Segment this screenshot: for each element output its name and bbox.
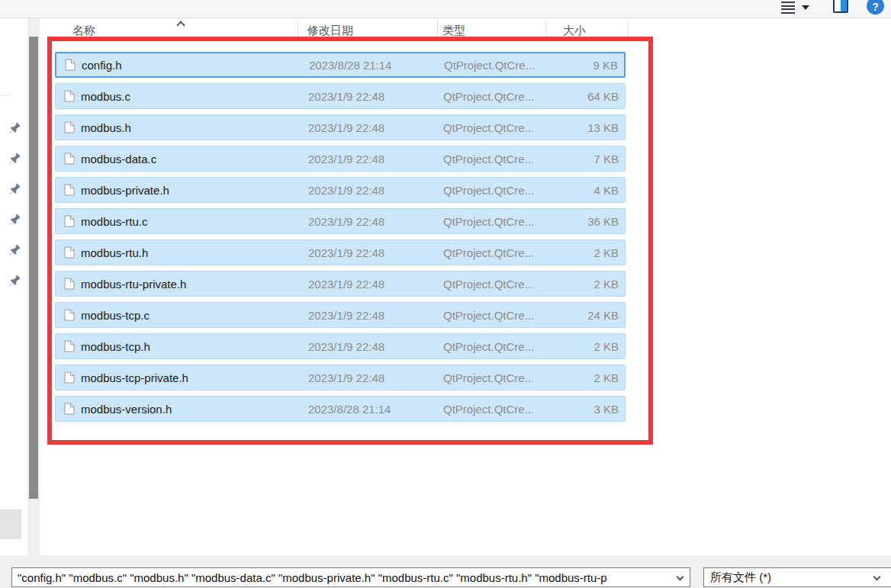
help-icon[interactable]: ? <box>867 0 884 14</box>
pin-icon <box>8 122 21 134</box>
dialog-toolbar: ? <box>0 0 891 18</box>
column-divider[interactable] <box>437 20 438 42</box>
column-divider[interactable] <box>298 20 298 42</box>
file-row[interactable]: modbus-data.c 2023/1/9 22:48 QtProject.Q… <box>55 146 626 172</box>
file-type: QtProject.QtCre... <box>443 309 534 322</box>
file-icon <box>64 371 75 384</box>
file-type: QtProject.QtCre... <box>443 184 534 197</box>
column-header-type[interactable]: 类型 <box>442 24 465 38</box>
file-date: 2023/1/9 22:48 <box>308 278 384 291</box>
file-type: QtProject.QtCre... <box>443 215 534 228</box>
file-row[interactable]: modbus-private.h 2023/1/9 22:48 QtProjec… <box>55 177 626 203</box>
file-size: 64 KB <box>587 90 619 103</box>
file-date: 2023/1/9 22:48 <box>308 340 384 353</box>
column-divider[interactable] <box>545 20 546 42</box>
file-date: 2023/1/9 22:48 <box>308 215 384 228</box>
file-name: modbus.c <box>81 90 130 103</box>
file-name: modbus.h <box>81 121 131 134</box>
file-date: 2023/8/28 21:14 <box>309 59 391 72</box>
file-size: 7 KB <box>593 153 619 165</box>
file-icon <box>64 340 75 353</box>
file-type-value: 所有文件 (*) <box>710 570 771 585</box>
column-header-size[interactable]: 大小 <box>563 24 586 38</box>
file-icon <box>64 121 75 134</box>
file-icon <box>64 246 75 259</box>
file-type: QtProject.QtCre... <box>443 340 534 353</box>
file-date: 2023/1/9 22:48 <box>308 246 384 259</box>
file-type: QtProject.QtCre... <box>444 59 535 72</box>
file-date: 2023/8/28 21:14 <box>308 403 391 416</box>
file-icon <box>64 278 75 291</box>
file-name: modbus-data.c <box>81 153 156 165</box>
file-name: modbus-tcp.c <box>81 309 150 322</box>
file-row[interactable]: modbus.h 2023/1/9 22:48 QtProject.QtCre.… <box>55 114 626 140</box>
filename-combobox[interactable] <box>11 567 690 587</box>
file-size: 2 KB <box>593 278 619 291</box>
file-row[interactable]: modbus-rtu-private.h 2023/1/9 22:48 QtPr… <box>55 271 626 297</box>
preview-pane-icon[interactable] <box>833 0 848 13</box>
file-date: 2023/1/9 22:48 <box>308 184 384 197</box>
nav-item-highlight[interactable] <box>0 509 21 539</box>
file-name: modbus-version.h <box>81 403 172 416</box>
file-size: 3 KB <box>593 403 619 416</box>
dropdown-caret-icon[interactable] <box>802 5 809 10</box>
sort-ascending-icon <box>176 21 185 29</box>
file-icon <box>64 153 75 165</box>
file-row[interactable]: config.h 2023/8/28 21:14 QtProject.QtCre… <box>55 52 626 78</box>
file-name: modbus-private.h <box>81 184 169 197</box>
file-size: 4 KB <box>593 184 619 197</box>
file-row[interactable]: modbus-rtu.c 2023/1/9 22:48 QtProject.Qt… <box>55 208 626 234</box>
file-icon <box>64 184 75 197</box>
file-date: 2023/1/9 22:48 <box>308 90 384 103</box>
pin-icon <box>8 153 21 165</box>
file-type: QtProject.QtCre... <box>443 121 534 134</box>
file-row[interactable]: modbus-tcp.c 2023/1/9 22:48 QtProject.Qt… <box>55 302 626 328</box>
view-options-icon[interactable] <box>781 2 795 14</box>
file-row[interactable]: modbus-tcp-private.h 2023/1/9 22:48 QtPr… <box>55 365 626 390</box>
file-type: QtProject.QtCre... <box>443 278 534 291</box>
file-icon <box>64 90 75 103</box>
file-date: 2023/1/9 22:48 <box>308 371 384 384</box>
column-divider[interactable] <box>628 20 629 42</box>
dialog-footer: 所有文件 (*) <box>0 555 891 588</box>
file-size: 2 KB <box>593 340 619 353</box>
file-size: 2 KB <box>593 246 619 259</box>
scrollbar-thumb[interactable] <box>29 37 38 499</box>
file-type: QtProject.QtCre... <box>443 371 534 384</box>
file-size: 2 KB <box>593 371 619 384</box>
filename-input[interactable] <box>12 568 690 586</box>
file-row[interactable]: modbus.c 2023/1/9 22:48 QtProject.QtCre.… <box>55 83 626 109</box>
file-type: QtProject.QtCre... <box>443 90 534 103</box>
file-size: 36 KB <box>587 215 619 228</box>
file-row[interactable]: modbus-rtu.h 2023/1/9 22:48 QtProject.Qt… <box>55 239 626 265</box>
file-size: 9 KB <box>593 59 618 72</box>
file-icon <box>64 403 75 416</box>
nav-divider <box>0 95 14 96</box>
file-type-select[interactable]: 所有文件 (*) <box>703 567 891 587</box>
file-row[interactable]: modbus-version.h 2023/8/28 21:14 QtProje… <box>55 396 626 422</box>
file-type: QtProject.QtCre... <box>443 153 534 165</box>
navigation-pane <box>0 18 27 555</box>
file-date: 2023/1/9 22:48 <box>308 121 384 134</box>
column-header-date[interactable]: 修改日期 <box>307 24 353 38</box>
file-date: 2023/1/9 22:48 <box>308 153 384 165</box>
column-header-name[interactable]: 名称 <box>72 24 95 38</box>
file-name: config.h <box>82 59 122 72</box>
file-type: QtProject.QtCre... <box>443 246 534 259</box>
pin-icon <box>8 275 21 287</box>
pin-icon <box>8 183 21 195</box>
file-size: 24 KB <box>587 309 619 322</box>
pin-icon <box>8 214 21 226</box>
chevron-down-icon <box>873 574 881 581</box>
file-name: modbus-rtu-private.h <box>81 278 186 291</box>
file-name: modbus-rtu.h <box>81 246 148 259</box>
pin-icon <box>8 244 21 256</box>
file-size: 13 KB <box>587 121 619 134</box>
file-icon <box>64 215 75 228</box>
file-icon <box>64 309 75 322</box>
file-icon <box>65 59 76 72</box>
file-name: modbus-rtu.c <box>81 215 148 228</box>
file-dialog: ? 名称 修改日期 类型 大小 config.h 2023/8/28 21:14… <box>0 0 891 588</box>
file-name: modbus-tcp.h <box>81 340 150 353</box>
file-row[interactable]: modbus-tcp.h 2023/1/9 22:48 QtProject.Qt… <box>55 333 626 359</box>
